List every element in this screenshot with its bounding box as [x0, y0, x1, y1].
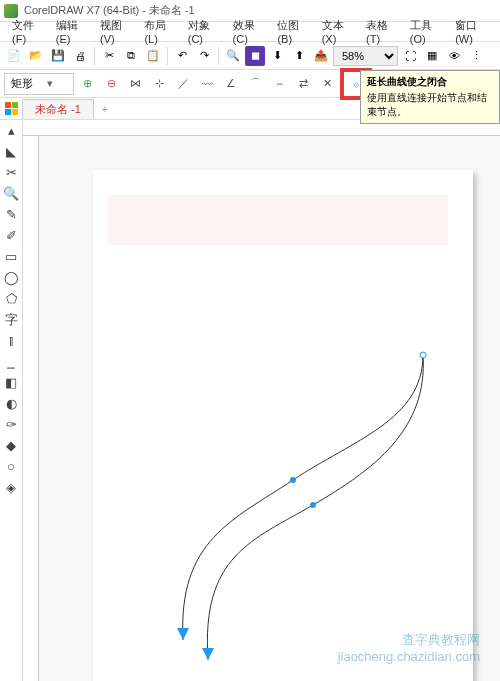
node-mid1[interactable]	[290, 477, 296, 483]
arrow-end1[interactable]	[177, 628, 189, 640]
vertical-ruler	[23, 120, 39, 681]
menu-file[interactable]: 文件(F)	[6, 16, 48, 47]
freehand-tool-icon[interactable]: ✎	[3, 206, 20, 223]
snap-icon[interactable]: 👁	[444, 46, 464, 66]
smooth-icon[interactable]: ⌒	[244, 73, 266, 95]
document-tab[interactable]: 未命名 -1	[22, 99, 94, 119]
cusp-icon[interactable]: ∠	[220, 73, 242, 95]
eyedropper-tool-icon[interactable]: ✑	[3, 416, 20, 433]
tooltip-body: 使用直线连接开始节点和结束节点。	[367, 91, 493, 119]
save-icon[interactable]: 💾	[48, 46, 68, 66]
menu-tools[interactable]: 工具(O)	[404, 16, 447, 47]
menu-bitmaps[interactable]: 位图(B)	[271, 16, 313, 47]
shadow-tool-icon[interactable]: ◧	[3, 374, 20, 391]
curve-icon[interactable]: 〰	[196, 73, 218, 95]
standard-toolbar: 📄 📂 💾 🖨 ✂ ⧉ 📋 ↶ ↷ 🔍 ◼ ⬇ ⬆ 📤 58% ⛶ ▦ 👁 ⋮	[0, 42, 500, 70]
smart-fill-icon[interactable]: ◈	[3, 479, 20, 496]
menu-table[interactable]: 表格(T)	[360, 16, 402, 47]
symmetric-icon[interactable]: ⌢	[268, 73, 290, 95]
toolbox: ▴ ◣ ✂ 🔍 ✎ ✐ ▭ ◯ ⬠ 字 ⫿ ⎯ ◧ ◐ ✑ ◆ ○ ◈	[0, 120, 23, 681]
menu-object[interactable]: 对象(C)	[182, 16, 225, 47]
shape-dropdown[interactable]: 矩形 ▾	[4, 73, 74, 95]
copy-icon[interactable]: ⧉	[121, 46, 141, 66]
separator	[218, 47, 219, 65]
parallel-tool-icon[interactable]: ⫿	[3, 332, 20, 349]
menu-layout[interactable]: 布局(L)	[138, 16, 179, 47]
undo-icon[interactable]: ↶	[172, 46, 192, 66]
cut-icon[interactable]: ✂	[99, 46, 119, 66]
artistic-tool-icon[interactable]: ✐	[3, 227, 20, 244]
main-area: ▴ ◣ ✂ 🔍 ✎ ✐ ▭ ◯ ⬠ 字 ⫿ ⎯ ◧ ◐ ✑ ◆ ○ ◈	[0, 120, 500, 681]
winlogo-icon	[4, 102, 18, 116]
node-del-icon[interactable]: ⊖	[100, 73, 122, 95]
publish-icon[interactable]: 📤	[311, 46, 331, 66]
curve-2[interactable]	[207, 355, 423, 660]
tooltip-title: 延长曲线使之闭合	[367, 75, 493, 89]
rulers-icon[interactable]: ▦	[422, 46, 442, 66]
canvas-area[interactable]: 查字典教程网 jiaocheng.chazidian.com	[23, 120, 500, 681]
shape-dropdown-label: 矩形	[11, 76, 33, 91]
pink-rect	[108, 195, 448, 245]
ellipse-tool-icon[interactable]: ◯	[3, 269, 20, 286]
curve-1[interactable]	[183, 355, 423, 640]
export-icon[interactable]: ⬆	[289, 46, 309, 66]
shape-tool-icon[interactable]: ◣	[3, 143, 20, 160]
page[interactable]	[93, 170, 473, 681]
break-icon[interactable]: ⊹	[148, 73, 170, 95]
text-tool-icon[interactable]: 字	[3, 311, 20, 328]
add-tab-button[interactable]: +	[94, 101, 116, 117]
menu-effects[interactable]: 效果(C)	[227, 16, 270, 47]
zoom-tool-icon[interactable]: 🔍	[3, 185, 20, 202]
arrow-end2[interactable]	[202, 648, 214, 660]
menu-view[interactable]: 视图(V)	[94, 16, 136, 47]
outline-tool-icon[interactable]: ○	[3, 458, 20, 475]
node-mid2[interactable]	[310, 502, 316, 508]
effect-icon[interactable]: ◼	[245, 46, 265, 66]
menu-window[interactable]: 窗口(W)	[449, 16, 494, 47]
chevron-down-icon: ▾	[47, 77, 53, 90]
polygon-tool-icon[interactable]: ⬠	[3, 290, 20, 307]
zoom-select[interactable]: 58%	[333, 46, 398, 66]
transparency-tool-icon[interactable]: ◐	[3, 395, 20, 412]
menu-text[interactable]: 文本(X)	[316, 16, 358, 47]
tooltip: 延长曲线使之闭合 使用直线连接开始节点和结束节点。	[360, 70, 500, 124]
extract-icon[interactable]: ✕	[316, 73, 338, 95]
open-icon[interactable]: 📂	[26, 46, 46, 66]
new-icon[interactable]: 📄	[4, 46, 24, 66]
curve-drawing[interactable]	[93, 170, 473, 681]
print-icon[interactable]: 🖨	[70, 46, 90, 66]
node-join-icon[interactable]: ⋈	[124, 73, 146, 95]
fill-tool-icon[interactable]: ◆	[3, 437, 20, 454]
crop-tool-icon[interactable]: ✂	[3, 164, 20, 181]
options-icon[interactable]: ⋮	[466, 46, 486, 66]
redo-icon[interactable]: ↷	[194, 46, 214, 66]
import-icon[interactable]: ⬇	[267, 46, 287, 66]
menu-edit[interactable]: 编辑(E)	[50, 16, 92, 47]
connector-tool-icon[interactable]: ⎯	[3, 353, 20, 370]
node-add-icon[interactable]: ⊕	[76, 73, 98, 95]
menu-bar: 文件(F) 编辑(E) 视图(V) 布局(L) 对象(C) 效果(C) 位图(B…	[0, 22, 500, 42]
rectangle-tool-icon[interactable]: ▭	[3, 248, 20, 265]
search-icon[interactable]: 🔍	[223, 46, 243, 66]
paste-icon[interactable]: 📋	[143, 46, 163, 66]
view-full-icon[interactable]: ⛶	[400, 46, 420, 66]
reverse-icon[interactable]: ⇄	[292, 73, 314, 95]
pick-tool-icon[interactable]: ▴	[3, 122, 20, 139]
separator	[167, 47, 168, 65]
node-start[interactable]	[420, 352, 426, 358]
line-icon[interactable]: ／	[172, 73, 194, 95]
separator	[94, 47, 95, 65]
